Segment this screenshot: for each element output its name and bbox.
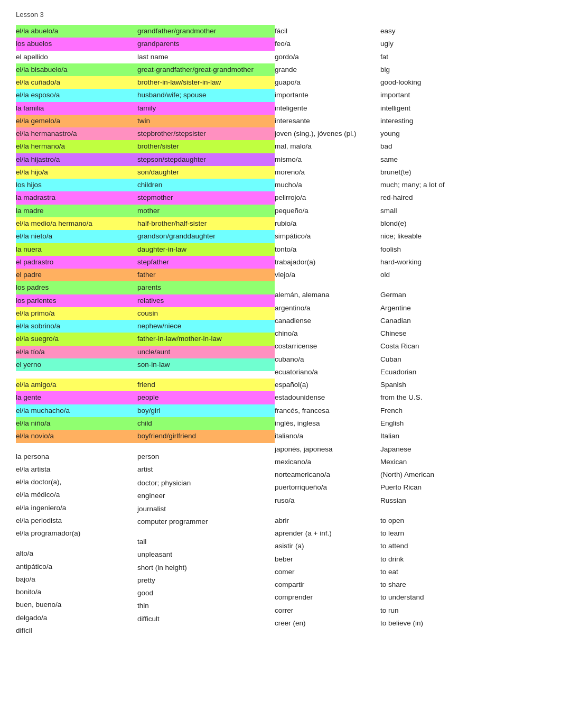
- vocab-word: moreno/a: [275, 166, 380, 179]
- vocab-word: artist: [137, 463, 275, 476]
- vocab-word: el/la artista: [16, 463, 137, 476]
- vocab-word: to understand: [380, 591, 486, 604]
- vocab-word: bad: [380, 140, 486, 153]
- vocab-word: los padres: [16, 281, 137, 294]
- vocab-word: to attend: [380, 540, 486, 552]
- vocab-word: los abuelos: [16, 38, 137, 50]
- vocab-word: fat: [380, 51, 486, 63]
- vocab-word: la gente: [16, 391, 137, 404]
- vocab-word: el/la amigo/a: [16, 379, 137, 391]
- vocab-word: el/la gemelo/a: [16, 115, 137, 127]
- vocab-word: inteligente: [275, 102, 380, 115]
- vocab-word: el/la niño/a: [16, 417, 137, 430]
- vocab-word: Chinese: [380, 327, 486, 340]
- spacer: [16, 540, 137, 547]
- vocab-word: important: [380, 89, 486, 102]
- vocab-word: child: [137, 417, 275, 430]
- vocab-word: unpleasant: [137, 548, 275, 561]
- vocab-word: los parientes: [16, 294, 137, 307]
- vocab-word: brother-in-law/sister-in-law: [137, 76, 275, 89]
- vocab-word: compartir: [275, 578, 380, 591]
- vocab-word: el/la hermano/a: [16, 140, 137, 153]
- vocab-word: difficult: [137, 613, 275, 625]
- vocab-word: asistir (a): [275, 540, 380, 552]
- vocab-word: los hijos: [16, 179, 137, 191]
- vocab-word: father-in-law/mother-in-law: [137, 333, 275, 345]
- vocab-word: chino/a: [275, 327, 380, 340]
- vocab-word: interesante: [275, 115, 380, 127]
- vocab-word: costarricense: [275, 340, 380, 353]
- vocab-word: tall: [137, 536, 275, 548]
- vocab-word: boy/girl: [137, 404, 275, 417]
- vocab-word: creer (en): [275, 617, 380, 630]
- vocab-word: stepmother: [137, 191, 275, 204]
- vocab-word: simpático/a: [275, 230, 380, 243]
- vocab-word: guapo/a: [275, 76, 380, 89]
- vocab-word: viejo/a: [275, 269, 380, 281]
- vocab-word: gordo/a: [275, 51, 380, 63]
- vocab-word: thin: [137, 600, 275, 612]
- vocab-word: to run: [380, 604, 486, 617]
- spacer: [16, 443, 137, 450]
- vocab-word: Argentine: [380, 302, 486, 315]
- vocab-word: beber: [275, 553, 380, 566]
- vocab-word: alemán, alemana: [275, 289, 380, 301]
- vocab-word: correr: [275, 604, 380, 617]
- vocab-word: bonito/a: [16, 586, 137, 598]
- vocab-word: son/daughter: [137, 166, 275, 179]
- column-1: el/la abuelo/alos abuelosel apellidoel/l…: [16, 25, 137, 637]
- vocab-word: cubano/a: [275, 353, 380, 366]
- vocab-word: el/la hermanastro/a: [16, 127, 137, 140]
- vocab-word: pequeño/a: [275, 205, 380, 217]
- vocab-word: el apellido: [16, 51, 137, 63]
- vocab-word: el/la doctor(a),: [16, 476, 137, 489]
- vocab-word: same: [380, 153, 486, 166]
- vocab-word: el yerno: [16, 358, 137, 371]
- vocab-word: mucho/a: [275, 179, 380, 191]
- vocab-word: intelligent: [380, 102, 486, 115]
- vocab-word: (North) American: [380, 468, 486, 481]
- vocab-word: canadiense: [275, 315, 380, 327]
- vocab-word: el/la periodista: [16, 514, 137, 527]
- spacer: [275, 507, 380, 514]
- vocab-word: Japanese: [380, 443, 486, 456]
- column-4: easyuglyfatbiggood-lookingimportantintel…: [380, 25, 486, 637]
- vocab-word: el/la novio/a: [16, 430, 137, 443]
- vocab-word: short (in height): [137, 561, 275, 574]
- vocab-word: el/la médico/a: [16, 489, 137, 501]
- vocab-word: grandson/granddaughter: [137, 230, 275, 243]
- vocab-word: engineer: [137, 490, 275, 502]
- lesson-title: Lesson 3: [16, 11, 545, 19]
- vocab-word: la persona: [16, 450, 137, 463]
- vocab-word: importante: [275, 89, 380, 102]
- vocab-word: el/la nieto/a: [16, 230, 137, 243]
- vocab-word: brother/sister: [137, 140, 275, 153]
- vocabulary-grid: el/la abuelo/alos abuelosel apellidoel/l…: [16, 25, 545, 637]
- vocab-word: joven (sing.), jóvenes (pl.): [275, 127, 380, 140]
- vocab-word: el/la tío/a: [16, 346, 137, 358]
- vocab-word: mismo/a: [275, 153, 380, 166]
- vocab-word: cousin: [137, 307, 275, 320]
- spacer: [137, 371, 275, 379]
- vocab-word: antipático/a: [16, 560, 137, 573]
- vocab-word: el/la medio/a hermano/a: [16, 217, 137, 230]
- vocab-word: el/la ingeniero/a: [16, 502, 137, 514]
- vocab-word: to learn: [380, 527, 486, 540]
- vocab-word: family: [137, 102, 275, 115]
- vocab-word: el/la programador(a): [16, 527, 137, 540]
- vocab-word: puertorriqueño/a: [275, 481, 380, 494]
- vocab-word: el/la abuelo/a: [16, 25, 137, 38]
- vocab-word: nice; likeable: [380, 230, 486, 243]
- vocab-word: Ecuadorian: [380, 366, 486, 379]
- vocab-word: Italian: [380, 430, 486, 443]
- vocab-word: husband/wife; spouse: [137, 89, 275, 102]
- vocab-word: big: [380, 63, 486, 76]
- vocab-word: la familia: [16, 102, 137, 115]
- spacer: [275, 281, 380, 289]
- vocab-word: ecuatoriano/a: [275, 366, 380, 379]
- vocab-word: children: [137, 179, 275, 191]
- vocab-word: comer: [275, 566, 380, 578]
- vocab-word: Puerto Rican: [380, 481, 486, 494]
- vocab-word: to eat: [380, 566, 486, 578]
- vocab-word: great-grandfather/great-grandmother: [137, 63, 275, 76]
